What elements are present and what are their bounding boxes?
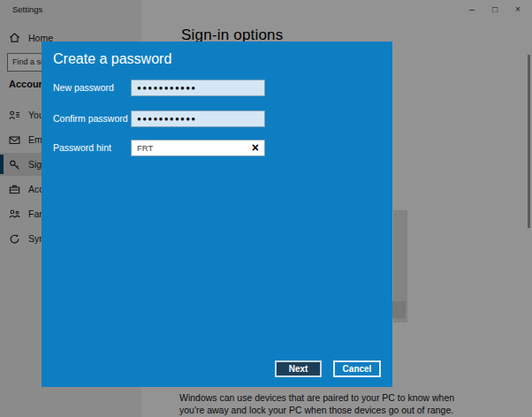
- password-hint-input[interactable]: FRT ×: [131, 140, 265, 156]
- confirm-password-label: Confirm password: [53, 113, 128, 124]
- next-button[interactable]: Next: [275, 360, 322, 377]
- masked-password-value: ●●●●●●●●●●●: [132, 111, 196, 126]
- new-password-input[interactable]: ●●●●●●●●●●●: [131, 80, 265, 96]
- password-hint-value: FRT: [132, 143, 252, 153]
- clear-text-icon[interactable]: ×: [252, 141, 264, 155]
- new-password-label: New password: [53, 82, 114, 93]
- cancel-button[interactable]: Cancel: [333, 360, 381, 377]
- password-hint-label: Password hint: [53, 142, 111, 153]
- confirm-password-input[interactable]: ●●●●●●●●●●●: [131, 110, 265, 127]
- dialog-title: Create a password: [53, 51, 171, 67]
- create-password-dialog: Create a password New password ●●●●●●●●●…: [42, 42, 392, 387]
- masked-password-value: ●●●●●●●●●●●: [132, 80, 196, 95]
